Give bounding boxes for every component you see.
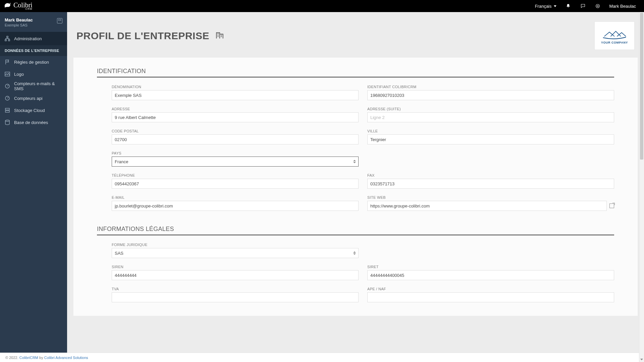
- svg-point-0: [596, 4, 599, 8]
- sidebar-item-rules[interactable]: Règles de gestion: [0, 56, 67, 68]
- input-denomination[interactable]: [112, 90, 359, 100]
- contact-card-icon[interactable]: [57, 18, 62, 23]
- footer: © 2022. ColibriCRM by Colibri Advanced S…: [0, 353, 644, 362]
- sidebar-item-api-counters[interactable]: Compteurs api: [0, 92, 67, 104]
- label-siren: SIREN: [112, 265, 359, 269]
- input-city[interactable]: [367, 134, 614, 144]
- sidebar-item-database[interactable]: Base de données: [0, 116, 67, 128]
- sidebar-item-label: Administration: [14, 36, 42, 41]
- footer-copyright: © 2022.: [5, 356, 18, 360]
- input-siren[interactable]: [112, 270, 359, 280]
- input-fax[interactable]: [367, 179, 614, 189]
- sidebar-user-name: Mark Beaulac: [5, 17, 33, 22]
- server-icon: [5, 108, 10, 113]
- label-denomination: DÉNOMINATION: [112, 85, 359, 89]
- sidebar-item-administration[interactable]: Administration: [0, 32, 67, 45]
- company-logo: YOUR COMPANY: [594, 21, 635, 50]
- label-legal-form: FORME JURIDIQUE: [112, 243, 359, 247]
- label-phone: TÉLÉPHONE: [112, 173, 359, 177]
- input-tva[interactable]: [112, 292, 359, 302]
- svg-point-1: [597, 5, 598, 7]
- label-colibri-id: IDENTIFIANT COLIBRICRM: [367, 85, 614, 89]
- sidebar-section-company-data: DONNÉES DE L'ENTREPRISE: [0, 45, 67, 56]
- messages-button[interactable]: [580, 3, 586, 9]
- caret-down-icon: [640, 359, 643, 360]
- page-title: PROFIL DE L'ENTREPRISE: [76, 30, 209, 42]
- sidebar-user-block: Mark Beaulac Exemple SAS: [0, 12, 67, 32]
- input-phone[interactable]: [112, 179, 359, 189]
- language-selector[interactable]: Français: [535, 4, 556, 9]
- sidebar-item-label: Règles de gestion: [14, 60, 49, 65]
- input-website[interactable]: [367, 201, 607, 211]
- external-link-icon[interactable]: [609, 203, 614, 208]
- sidebar-item-email-sms-counters[interactable]: Compteurs e-mails & SMS: [0, 80, 67, 92]
- select-country[interactable]: [112, 157, 359, 167]
- sidebar-item-label: Compteurs api: [14, 96, 43, 101]
- sidebar-item-label: Logo: [14, 72, 24, 77]
- lifebuoy-icon: [595, 3, 601, 9]
- svg-point-10: [5, 120, 9, 121]
- current-user[interactable]: Mark Beaulac: [609, 4, 636, 9]
- notifications-button[interactable]: [565, 3, 571, 9]
- input-address2[interactable]: [367, 112, 614, 122]
- sidebar-item-label: Stockage Cloud: [14, 108, 45, 113]
- brand-logo[interactable]: Colibri CRM: [4, 2, 33, 10]
- footer-product-link[interactable]: ColibriCRM: [19, 356, 38, 360]
- label-city: VILLE: [367, 129, 614, 133]
- form-panel: IDENTIFICATION DÉNOMINATION IDENTIFIANT …: [73, 57, 638, 316]
- section-identification: IDENTIFICATION: [97, 68, 614, 77]
- vertical-scrollbar[interactable]: [639, 12, 644, 362]
- hummingbird-icon: [4, 2, 11, 8]
- bell-icon: [565, 3, 571, 9]
- flag-icon: [5, 59, 10, 65]
- help-button[interactable]: [595, 3, 601, 9]
- scrollbar-down-button[interactable]: [639, 357, 644, 362]
- label-website: SITE WEB: [367, 195, 614, 199]
- label-tva: TVA: [112, 287, 359, 291]
- sitemap-icon: [5, 36, 10, 41]
- label-ape: APE / NAF: [367, 287, 614, 291]
- sidebar-item-label: Compteurs e-mails & SMS: [14, 81, 62, 91]
- svg-rect-3: [5, 40, 6, 41]
- building-icon: [215, 31, 224, 41]
- label-fax: FAX: [367, 173, 614, 177]
- svg-rect-8: [5, 108, 9, 110]
- svg-rect-4: [8, 40, 10, 41]
- page-header: PROFIL DE L'ENTREPRISE YOUR COMPANY: [67, 12, 644, 57]
- input-siret[interactable]: [367, 270, 614, 280]
- gauge-icon: [5, 96, 10, 101]
- chat-icon: [580, 3, 586, 9]
- chevron-down-icon: [554, 5, 556, 7]
- sidebar-user-company: Exemple SAS: [5, 23, 33, 27]
- label-address2: ADRESSE (SUITE): [367, 107, 614, 111]
- label-email: E-MAIL: [112, 195, 359, 199]
- language-label: Français: [535, 4, 552, 9]
- svg-rect-2: [7, 36, 8, 38]
- sidebar: Mark Beaulac Exemple SAS Administration …: [0, 12, 67, 362]
- input-email[interactable]: [112, 201, 359, 211]
- input-colibri-id[interactable]: [367, 90, 614, 100]
- sidebar-item-logo[interactable]: Logo: [0, 68, 67, 80]
- label-address: ADRESSE: [112, 107, 359, 111]
- topbar: Colibri CRM Français Mark Beaulac: [0, 0, 644, 12]
- section-legal: INFORMATIONS LÉGALES: [97, 226, 614, 235]
- label-postal: CODE POSTAL: [112, 129, 359, 133]
- sidebar-item-label: Base de données: [14, 120, 48, 125]
- database-icon: [5, 120, 10, 125]
- company-logo-text: YOUR COMPANY: [601, 41, 628, 44]
- label-siret: SIRET: [367, 265, 614, 269]
- input-address[interactable]: [112, 112, 359, 122]
- select-legal-form[interactable]: [112, 248, 359, 258]
- current-user-name: Mark Beaulac: [609, 4, 636, 9]
- sidebar-item-cloud-storage[interactable]: Stockage Cloud: [0, 104, 67, 116]
- input-ape[interactable]: [367, 292, 614, 302]
- footer-company-link[interactable]: Colibri Advanced Solutions: [44, 356, 88, 360]
- svg-rect-9: [5, 111, 9, 112]
- label-country: PAYS: [112, 151, 359, 155]
- footer-by: by: [39, 356, 43, 360]
- brand-name: Colibri: [13, 2, 33, 8]
- scrollbar-thumb[interactable]: [640, 13, 643, 160]
- gauge-icon: [5, 83, 10, 89]
- input-postal[interactable]: [112, 134, 359, 144]
- image-icon: [5, 71, 10, 77]
